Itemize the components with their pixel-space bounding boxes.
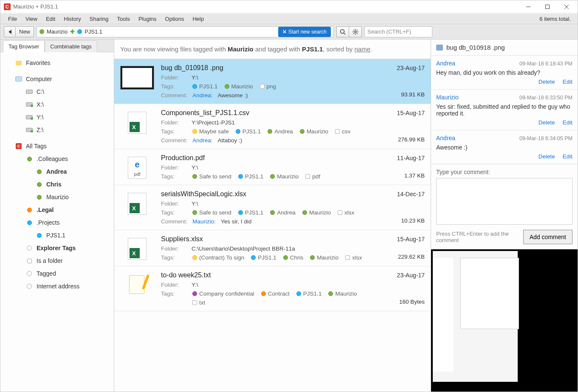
minimize-button[interactable] (519, 1, 538, 13)
menu-file[interactable]: File (4, 16, 21, 22)
tag-chip[interactable]: Maurizio (309, 254, 339, 261)
tree-internet[interactable]: Internet address (2, 280, 112, 293)
start-new-search-button[interactable]: ✕ Start new search (278, 27, 331, 37)
comment-delete-link[interactable]: Delete (539, 79, 555, 85)
menu-help[interactable]: Help (188, 16, 208, 22)
file-item[interactable]: Suppliers.xlsx15-Aug-17 Folder:C:\Users\… (114, 230, 431, 266)
tag-chip[interactable]: PJS1.1 (192, 83, 219, 90)
menu-plugins[interactable]: Plugins (134, 16, 161, 22)
file-folder: C:\Users\bario\Desktop\Project BBR-11a (192, 245, 295, 252)
tree-andrea[interactable]: Andrea (2, 165, 112, 178)
new-button[interactable]: New (16, 26, 34, 37)
tag-chip[interactable]: xlsx (344, 254, 363, 261)
tag-chip[interactable]: Andrea (269, 209, 296, 216)
comment-author[interactable]: Maurizio (436, 94, 459, 101)
tag-chip[interactable]: Contract (260, 290, 290, 297)
file-item[interactable]: pdf Production.pdf11-Aug-17 Folder:Y:\ T… (114, 149, 431, 185)
comment-author[interactable]: Andrea (436, 60, 455, 67)
tree-drive-c[interactable]: C:\ (2, 85, 112, 98)
tree-maurizio[interactable]: Maurizio (2, 191, 112, 203)
tag-chip[interactable]: Chris (282, 254, 305, 261)
tag-chip[interactable]: Maurizio (224, 83, 254, 90)
tag-path-bar[interactable]: Maurizio ✚ PJS1.1 ✕ Start new search (37, 26, 334, 37)
menu-options[interactable]: Options (161, 16, 189, 22)
tag-dot-icon (37, 195, 42, 200)
close-button[interactable] (557, 1, 576, 13)
comment-edit-link[interactable]: Edit (563, 153, 572, 160)
tag-dot-icon (27, 220, 32, 225)
comment-input[interactable] (436, 178, 572, 225)
tag-chip[interactable]: txt (192, 299, 206, 306)
maximize-button[interactable] (538, 1, 557, 13)
tree-is-folder[interactable]: Is a folder (2, 254, 112, 267)
menu-edit[interactable]: Edit (42, 16, 59, 22)
comment-delete-link[interactable]: Delete (539, 119, 555, 126)
comment-author[interactable]: Andrea (436, 135, 455, 141)
drive-icon (26, 102, 33, 107)
path-tag1: Maurizio (47, 28, 68, 35)
comment-edit-link[interactable]: Edit (563, 119, 572, 126)
sort-link[interactable]: name (354, 45, 370, 53)
tab-combinable-tags[interactable]: Combinable tags (45, 40, 97, 52)
tag-chip[interactable]: csv (334, 128, 351, 135)
tag-chip[interactable]: PJS1.1 (237, 173, 265, 180)
tag-dot-icon (261, 291, 266, 296)
tag-chip[interactable]: PJS1.1 (237, 209, 265, 216)
file-item[interactable]: to-do week25.txt23-Aug-17 Folder:Y:\ Tag… (114, 266, 431, 311)
tree-chris[interactable]: Chris (2, 178, 112, 191)
file-thumbnail-icon (120, 111, 154, 135)
path-tag2: PJS1.1 (85, 28, 102, 35)
tag-chip[interactable]: (Contract) To sign (192, 254, 245, 261)
tag-chip[interactable]: pdf (305, 173, 321, 180)
tag-box-icon (305, 174, 310, 179)
settings-button[interactable] (349, 26, 362, 37)
tab-tag-browser[interactable]: Tag Browser (3, 40, 45, 52)
tag-chip[interactable]: Maurizio (327, 290, 358, 297)
tag-chip[interactable]: Safe to send (192, 173, 232, 180)
tag-chip[interactable]: Safe to send (192, 209, 232, 216)
tree-explorer-tags[interactable]: Explorer Tags (2, 242, 112, 254)
tree-projects[interactable]: .Projects (2, 216, 112, 229)
tag-chip[interactable]: Maurizio (302, 209, 332, 216)
window-title: Maurizio + PJS1.1 (13, 3, 58, 10)
tag-chip[interactable]: Maurizio (299, 128, 329, 135)
file-item[interactable]: bug db_010918 .png23-Aug-17 Folder:Y:\ T… (114, 59, 431, 104)
tree-drive-x[interactable]: X:\ (2, 98, 112, 111)
tag-dot-icon (192, 84, 197, 89)
search-icon-button[interactable] (336, 26, 349, 37)
comment-delete-link[interactable]: Delete (539, 153, 555, 160)
menu-history[interactable]: History (59, 16, 85, 22)
menu-view[interactable]: View (21, 16, 42, 22)
tag-chip[interactable]: Company confidential (192, 290, 255, 297)
tag-chip[interactable]: Andrea (267, 128, 294, 135)
app-logo-icon: C (4, 3, 11, 10)
tree-drive-z[interactable]: Z:\ (2, 124, 112, 136)
star-folder-icon (16, 61, 22, 65)
tree-computer[interactable]: Computer (2, 73, 112, 85)
menu-sharing[interactable]: Sharing (85, 16, 113, 22)
tag-chip[interactable]: png (259, 83, 277, 90)
add-comment-button[interactable]: Add comment (523, 230, 572, 244)
menu-tools[interactable]: Tools (113, 16, 134, 22)
tree-drive-y[interactable]: Y:\ (2, 111, 112, 124)
tag-dot-icon (192, 291, 197, 296)
search-input[interactable]: Search (CTRL+F) (364, 26, 432, 37)
tree-colleagues[interactable]: .Colleagues (2, 152, 112, 165)
tag-chip[interactable]: Maybe safe (192, 128, 230, 135)
tag-chip[interactable]: PJS1.1 (235, 128, 262, 135)
tree-all-tags[interactable]: CAll Tags (2, 140, 112, 152)
comment-author: Maurizio: (192, 218, 216, 225)
tag-chip[interactable]: PJS1.1 (296, 290, 323, 297)
file-item[interactable]: Components_list_PJS1.1.csv15-Aug-17 Fold… (114, 104, 431, 149)
tree-tagged[interactable]: Tagged (2, 267, 112, 280)
back-button[interactable] (4, 26, 16, 37)
tag-chip[interactable]: Maurizio (269, 173, 299, 180)
tag-chip[interactable]: PJS1.1 (250, 254, 277, 261)
tree-legal[interactable]: .Legal (2, 203, 112, 216)
tree-favorites[interactable]: Favorites (2, 56, 112, 69)
file-item[interactable]: serialsWithSpecialLogic.xlsx14-Dec-17 Fo… (114, 185, 431, 230)
plus-icon[interactable]: ✚ (70, 28, 75, 35)
tag-chip[interactable]: xlsx (337, 209, 355, 216)
comment-edit-link[interactable]: Edit (563, 79, 572, 85)
tree-pjs11[interactable]: PJS1.1 (2, 229, 112, 242)
